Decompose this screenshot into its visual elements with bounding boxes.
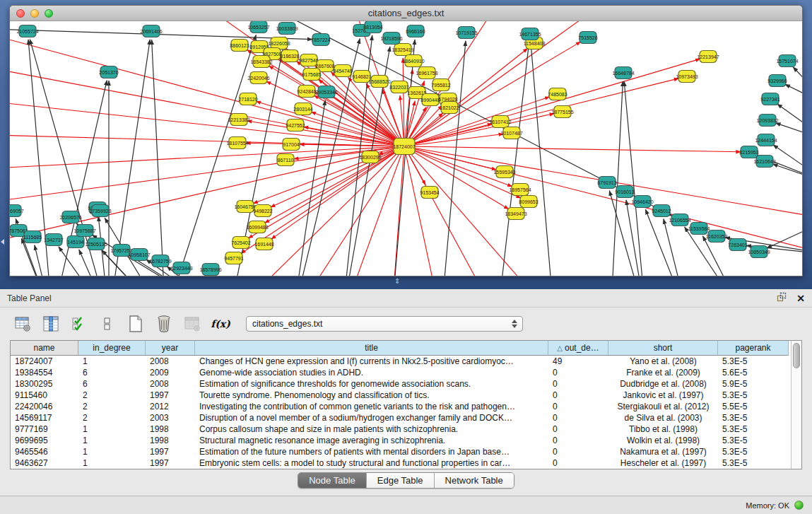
table-mode-icon[interactable]: [13, 314, 33, 334]
split-pane-handle[interactable]: ⇕: [394, 278, 400, 285]
table-cell: Embryonic stem cells: a model to study s…: [195, 457, 548, 469]
column-header-out_de[interactable]: △out_de…: [548, 341, 608, 356]
table-header-row: namein_degreeyeartitle△out_de…shortpager…: [11, 341, 801, 356]
graph-node-label: 917004: [283, 142, 299, 147]
import-table-icon[interactable]: [182, 314, 202, 334]
table-selector-value: citations_edges.txt: [247, 319, 510, 329]
column-header-title[interactable]: title: [195, 341, 548, 356]
graph-node-label: 16782759: [149, 259, 171, 264]
tab-node-table[interactable]: Node Table: [298, 473, 367, 488]
graph-node-label: 11548408: [524, 41, 546, 46]
table-cell: 49: [548, 356, 608, 367]
close-panel-icon[interactable]: ✕: [796, 293, 805, 304]
graph-node-label: 18578996: [199, 267, 221, 272]
network-view-canvas[interactable]: 8860123891295518226058982750816543382818…: [10, 21, 802, 276]
graph-node-label: 8454749: [333, 69, 352, 74]
table-selector-dropdown[interactable]: citations_edges.txt: [246, 316, 523, 332]
table-cell: 0: [548, 435, 608, 446]
table-panel-toolbar: f(x) citations_edges.txt: [0, 308, 812, 340]
table-cell: 0: [548, 412, 608, 424]
unselect-rows-icon[interactable]: [98, 314, 117, 334]
table-cell: 0: [548, 367, 608, 378]
tab-edge-table[interactable]: Edge Table: [367, 473, 435, 488]
column-header-in_degree[interactable]: in_degree: [78, 341, 146, 356]
network-window-titlebar[interactable]: citations_edges.txt: [10, 6, 802, 21]
graph-node-label: 16210643: [753, 159, 775, 164]
table-row[interactable]: 1872400712008Changes of HCN gene express…: [11, 356, 801, 367]
select-all-rows-icon[interactable]: [69, 314, 89, 334]
graph-node-label: 20691406: [140, 29, 162, 34]
graph-node-label: 9175685: [302, 72, 321, 77]
graph-node-label: 16107412: [489, 119, 511, 124]
show-column-icon[interactable]: [41, 314, 61, 334]
table-row[interactable]: 977716911998Corpus callosum shape and si…: [11, 424, 801, 435]
table-panel-header: Table Panel ✕: [0, 289, 812, 308]
table-cell: 18724007: [11, 356, 78, 367]
memory-ok-indicator[interactable]: [794, 501, 804, 510]
column-header-year[interactable]: year: [146, 341, 195, 356]
vertical-scrollbar[interactable]: [791, 341, 801, 469]
table-cell: Dudbridge et al. (2008): [608, 378, 718, 390]
graph-node-label: 7625402: [231, 240, 250, 245]
table-body: 1872400712008Changes of HCN gene express…: [11, 356, 801, 469]
table-row[interactable]: 969969511998Structural magnetic resonanc…: [11, 435, 801, 446]
function-builder-icon[interactable]: f(x): [211, 314, 230, 334]
table-row[interactable]: 1456911722003Disruption of a novel membe…: [11, 412, 801, 424]
network-window[interactable]: citations_edges.txt 88601238912955182260…: [9, 5, 803, 276]
column-header-short[interactable]: short: [608, 341, 718, 356]
table-row[interactable]: 2242004622012Investigating the contribut…: [11, 401, 801, 412]
graph-node-label: 6966160: [406, 29, 425, 34]
table-cell: Changes of HCN gene expression and I(f) …: [195, 356, 548, 367]
table-cell: 0: [548, 378, 608, 390]
new-column-icon[interactable]: [126, 314, 146, 334]
graph-node-label: 12923448: [170, 266, 192, 271]
graph-node-label: 14671355: [519, 32, 541, 37]
network-canvas-svg[interactable]: 8860123891295518226058982750816543382818…: [10, 21, 802, 276]
tab-network-table[interactable]: Network Table: [435, 473, 514, 488]
table-cell: Nakamura et al. (1997): [608, 446, 718, 457]
graph-node-label: 6791913: [597, 180, 616, 185]
table-cell: 5.5E-5: [718, 401, 789, 412]
table-row[interactable]: 946362711997Embryonic stem cells: a mode…: [11, 457, 801, 469]
cytoscape-desktop: citations_edges.txt 88601238912955182260…: [0, 0, 812, 289]
combo-stepper-icon: [510, 320, 522, 328]
table-cell: 2003: [146, 412, 195, 424]
graph-node-label: 18724007: [393, 144, 415, 149]
float-panel-icon[interactable]: [777, 292, 787, 305]
graph-node-label: 10946420: [631, 199, 653, 204]
minimize-window-button[interactable]: [30, 9, 39, 18]
table-row[interactable]: 1830029562008Estimation of significance …: [11, 378, 801, 390]
scrollbar-thumb[interactable]: [793, 343, 800, 368]
graph-node-label: 10719155: [455, 30, 477, 35]
graph-node-label: 18957564: [509, 187, 531, 192]
graph-node-label: 10973493: [676, 74, 698, 79]
graph-node-label: 15751074: [776, 59, 798, 64]
graph-node-label: 9245012: [652, 209, 671, 214]
table-cell: 1997: [146, 457, 195, 469]
graph-node-label: 7485083: [548, 92, 567, 97]
table-cell: Jankovic et al. (1997): [608, 390, 718, 401]
nodes-layer[interactable]: 8860123891295518226058982750816543382818…: [10, 21, 799, 276]
zoom-window-button[interactable]: [45, 9, 53, 18]
graph-node-label: 145194: [67, 240, 83, 245]
table-cell: 5.6E-5: [718, 367, 789, 378]
table-cell: 1998: [146, 435, 195, 446]
table-row[interactable]: 1938455462009Genome-wide association stu…: [11, 367, 801, 378]
table-cell: 1: [78, 457, 146, 469]
graph-node-label: 9242848: [297, 89, 316, 94]
graph-node-label: 867110: [278, 158, 294, 163]
table-row[interactable]: 946554611997Estimation of the future num…: [11, 446, 801, 457]
table-cell: Structural magnetic resonance image aver…: [195, 435, 548, 446]
table-cell: Tourette syndrome. Phenomenology and cla…: [195, 390, 548, 401]
delete-column-icon[interactable]: [154, 314, 174, 334]
left-panel-collapse-arrow-icon[interactable]: [1, 239, 4, 245]
graph-node-label: 1691448: [254, 242, 273, 247]
close-window-button[interactable]: [16, 9, 25, 18]
column-header-pagerank[interactable]: pagerank: [718, 341, 789, 356]
table-cell: 1: [78, 446, 146, 457]
graph-node-label: 12444154: [755, 138, 777, 143]
table-cell: 1: [78, 435, 146, 446]
table-cell: 18300295: [11, 378, 78, 390]
table-row[interactable]: 911546021997Tourette syndrome. Phenomeno…: [11, 390, 801, 401]
column-header-name[interactable]: name: [11, 341, 78, 356]
